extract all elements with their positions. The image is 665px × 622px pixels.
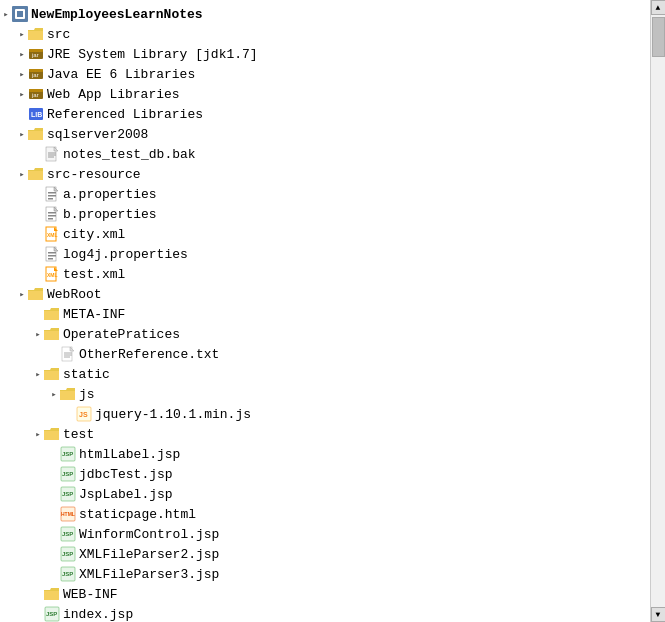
tree-item-test[interactable]: ▸test xyxy=(0,424,650,444)
tree-item-jdbctest-jsp[interactable]: JSPjdbcTest.jsp xyxy=(0,464,650,484)
tree-item-otherreference-txt[interactable]: OtherReference.txt xyxy=(0,344,650,364)
svg-rect-22 xyxy=(48,195,56,197)
tree-item-meta-inf[interactable]: META-INF xyxy=(0,304,650,324)
expand-toggle[interactable]: ▸ xyxy=(48,388,60,400)
tree-item-label: OperatePratices xyxy=(63,327,180,342)
tree-item-web-inf[interactable]: WEB-INF xyxy=(0,584,650,604)
tree-item-test-xml[interactable]: XMLtest.xml xyxy=(0,264,650,284)
tree-item-label: notes_test_db.bak xyxy=(63,147,196,162)
svg-rect-2 xyxy=(17,11,23,17)
jsp-icon: JSP xyxy=(60,526,76,542)
jar-icon: jar xyxy=(28,86,44,102)
expand-toggle[interactable]: ▸ xyxy=(32,368,44,380)
tree-item-jsplabel-jsp[interactable]: JSPJspLabel.jsp xyxy=(0,484,650,504)
tree-item-java-ee-6-libraries[interactable]: ▸jarJava EE 6 Libraries xyxy=(0,64,650,84)
svg-text:HTML: HTML xyxy=(61,511,75,517)
svg-text:JSP: JSP xyxy=(62,491,73,497)
expand-toggle[interactable]: ▸ xyxy=(16,88,28,100)
expand-toggle[interactable]: ▸ xyxy=(32,428,44,440)
expand-toggle[interactable]: ▸ xyxy=(16,68,28,80)
tree-item-web-app-libraries[interactable]: ▸jarWeb App Libraries xyxy=(0,84,650,104)
expand-toggle[interactable]: ▸ xyxy=(0,8,12,20)
expand-toggle[interactable]: ▸ xyxy=(16,28,28,40)
project-icon xyxy=(12,6,28,22)
scroll-thumb[interactable] xyxy=(652,17,665,57)
tree-item-xmlfileparser2-jsp[interactable]: JSPXMLFileParser2.jsp xyxy=(0,544,650,564)
expand-toggle[interactable]: ▸ xyxy=(32,328,44,340)
tree-item-htmllabel-jsp[interactable]: JSPhtmlLabel.jsp xyxy=(0,444,650,464)
tree-item-referenced-libraries[interactable]: LIBReferenced Libraries xyxy=(0,104,650,124)
bak-icon xyxy=(44,146,60,162)
tree-item-label: sqlserver2008 xyxy=(47,127,148,142)
svg-rect-36 xyxy=(48,258,53,260)
svg-text:XML: XML xyxy=(47,232,58,238)
jsp-icon: JSP xyxy=(60,466,76,482)
tree-item-sqlserver2008[interactable]: ▸sqlserver2008 xyxy=(0,124,650,144)
expand-toggle[interactable]: ▸ xyxy=(16,128,28,140)
tree-item-b-properties[interactable]: b.properties xyxy=(0,204,650,224)
tree-item-label: WinformControl.jsp xyxy=(79,527,219,542)
tree-item-city-xml[interactable]: XMLcity.xml xyxy=(0,224,650,244)
tree-item-jquery-1-10-1-min-js[interactable]: JSjquery-1.10.1.min.js xyxy=(0,404,650,424)
tree-item-a-properties[interactable]: a.properties xyxy=(0,184,650,204)
tree-item-jre-system-library--jdk1-7-[interactable]: ▸jarJRE System Library [jdk1.7] xyxy=(0,44,650,64)
tree-item-label: Web App Libraries xyxy=(47,87,180,102)
tree-item-label: static xyxy=(63,367,110,382)
tree-item-newemployeeslearnnotes[interactable]: ▸NewEmployeesLearnNotes xyxy=(0,4,650,24)
scrollbar[interactable]: ▲ ▼ xyxy=(650,0,665,622)
tree-item-label: WebRoot xyxy=(47,287,102,302)
folder-icon xyxy=(28,126,44,142)
tree-item-src-resource[interactable]: ▸src-resource xyxy=(0,164,650,184)
tree-item-static[interactable]: ▸static xyxy=(0,364,650,384)
tree-item-label: test.xml xyxy=(63,267,125,282)
props-icon xyxy=(44,206,60,222)
svg-text:jar: jar xyxy=(31,52,39,58)
svg-text:LIB: LIB xyxy=(31,111,42,118)
folder-icon xyxy=(28,166,44,182)
tree-item-index-jsp[interactable]: JSPindex.jsp xyxy=(0,604,650,622)
folder-icon xyxy=(60,386,76,402)
folder-icon xyxy=(44,586,60,602)
tree-item-log4j-properties[interactable]: log4j.properties xyxy=(0,244,650,264)
scroll-up-button[interactable]: ▲ xyxy=(651,0,666,15)
tree-item-label: XMLFileParser2.jsp xyxy=(79,547,219,562)
tree-item-label: test xyxy=(63,427,94,442)
tree-item-js[interactable]: ▸js xyxy=(0,384,650,404)
tree-item-webroot[interactable]: ▸WebRoot xyxy=(0,284,650,304)
tree-item-src[interactable]: ▸src xyxy=(0,24,650,44)
tree-item-xmlfileparser3-jsp[interactable]: JSPXMLFileParser3.jsp xyxy=(0,564,650,584)
tree-item-label: JRE System Library [jdk1.7] xyxy=(47,47,258,62)
tree-item-label: htmlLabel.jsp xyxy=(79,447,180,462)
txt-icon xyxy=(60,346,76,362)
tree-item-operatepratices[interactable]: ▸OperatePratices xyxy=(0,324,650,344)
tree-item-label: jquery-1.10.1.min.js xyxy=(95,407,251,422)
tree-item-label: src-resource xyxy=(47,167,141,182)
folder-icon xyxy=(44,306,60,322)
jsp-icon: JSP xyxy=(44,606,60,622)
tree-item-label: index.jsp xyxy=(63,607,133,622)
svg-rect-21 xyxy=(48,192,56,194)
tree-item-label: OtherReference.txt xyxy=(79,347,219,362)
expand-toggle[interactable]: ▸ xyxy=(16,48,28,60)
html-icon: HTML xyxy=(60,506,76,522)
xml-icon: XML xyxy=(44,226,60,242)
props-icon xyxy=(44,186,60,202)
tree-item-winformcontrol-jsp[interactable]: JSPWinformControl.jsp xyxy=(0,524,650,544)
svg-rect-35 xyxy=(48,255,56,257)
svg-text:JSP: JSP xyxy=(46,611,57,617)
tree-item-label: log4j.properties xyxy=(63,247,188,262)
svg-text:JS: JS xyxy=(79,411,88,418)
expand-toggle[interactable]: ▸ xyxy=(16,168,28,180)
svg-text:JSP: JSP xyxy=(62,531,73,537)
svg-rect-28 xyxy=(48,218,53,220)
folder-icon xyxy=(28,26,44,42)
svg-rect-34 xyxy=(48,252,56,254)
tree-item-notes_test_db-bak[interactable]: notes_test_db.bak xyxy=(0,144,650,164)
svg-text:JSP: JSP xyxy=(62,471,73,477)
tree-item-label: JspLabel.jsp xyxy=(79,487,173,502)
jsp-icon: JSP xyxy=(60,546,76,562)
tree-item-staticpage-html[interactable]: HTMLstaticpage.html xyxy=(0,504,650,524)
tree-item-label: city.xml xyxy=(63,227,125,242)
scroll-down-button[interactable]: ▼ xyxy=(651,607,666,622)
expand-toggle[interactable]: ▸ xyxy=(16,288,28,300)
